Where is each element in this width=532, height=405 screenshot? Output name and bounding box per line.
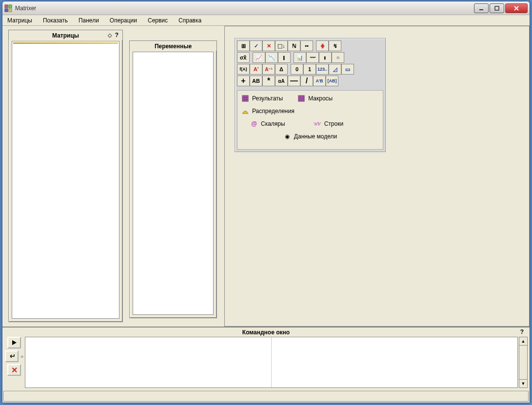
pin-icon[interactable]: ◇ — [108, 32, 112, 39]
return-button[interactable] — [5, 350, 19, 362]
distributions-label: Распределения — [252, 108, 295, 115]
delta-icon[interactable]: Δ — [275, 64, 288, 75]
dots-icon[interactable]: •• — [300, 40, 313, 51]
variables-list[interactable] — [133, 52, 214, 315]
menu-operations[interactable]: Операции — [108, 16, 139, 25]
svg-rect-1 — [9, 5, 12, 8]
grid-icon[interactable]: ⊞ — [237, 40, 250, 51]
concat-icon[interactable]: [AB] — [326, 76, 338, 86]
ab-icon[interactable]: AB — [250, 76, 262, 86]
alpha-a-icon[interactable]: αA — [275, 76, 288, 86]
close-button[interactable] — [505, 3, 528, 13]
upper-area: Матрицы ◇ ? Переменные ⊞ — [2, 26, 530, 327]
scatter-chart-icon[interactable]: 📉 — [265, 52, 278, 63]
category-macros[interactable]: Макросы — [297, 95, 333, 102]
titlebar[interactable]: Matrixer — [2, 1, 530, 15]
command-title-text: Командное окно — [242, 329, 290, 336]
app-icon — [4, 4, 12, 12]
vertical-splitter[interactable] — [219, 26, 222, 327]
matrices-panel-title: Матрицы ◇ ? — [9, 30, 122, 40]
category-strings[interactable]: 'a'b' Строки — [314, 120, 343, 128]
variables-panel-title: Переменные — [130, 41, 217, 51]
command-window-title: Командное окно ? — [3, 328, 529, 336]
menu-service[interactable]: Сервис — [146, 16, 170, 25]
minus-icon[interactable]: — — [288, 76, 300, 86]
slash-icon[interactable]: / — [300, 76, 313, 86]
fa-icon[interactable]: f(A) — [237, 64, 250, 75]
bolt-icon[interactable]: ↯ — [329, 40, 341, 51]
check-icon[interactable]: ✓ — [250, 40, 262, 51]
command-window-area: Командное окно ? ○ ✕ ▲ — [2, 327, 530, 390]
matrices-list[interactable] — [12, 41, 119, 319]
strings-icon: 'a'b' — [314, 120, 321, 128]
category-scalars[interactable]: @ Скаляры — [250, 120, 285, 128]
variables-panel: Переменные — [129, 40, 217, 318]
stop-button[interactable]: ✕ — [7, 364, 21, 376]
command-scrollbar[interactable]: ▲ ▼ — [519, 337, 528, 388]
one-icon[interactable]: 1 — [303, 64, 316, 75]
svg-marker-17 — [12, 340, 17, 345]
help-icon[interactable]: ? — [115, 32, 118, 39]
svg-rect-2 — [5, 9, 8, 12]
maximize-button[interactable] — [490, 3, 504, 13]
results-icon — [241, 95, 249, 102]
scalars-label: Скаляры — [261, 120, 285, 127]
distributions-icon — [241, 107, 249, 115]
line-chart-icon[interactable]: 📈 — [253, 52, 265, 63]
atb-icon[interactable]: A'B — [313, 76, 326, 86]
client-area: Матрицы ◇ ? Переменные ⊞ — [2, 26, 530, 403]
transpose-icon[interactable]: A' — [250, 64, 262, 75]
circle-indicator: ○ — [20, 354, 23, 359]
svg-rect-5 — [495, 6, 499, 10]
menu-help[interactable]: Справка — [177, 16, 203, 25]
command-input[interactable] — [25, 337, 272, 387]
insert-down-icon[interactable]: ⬚↓ — [275, 40, 288, 51]
category-box: Результаты Макросы Распределения — [237, 90, 383, 150]
zero-icon[interactable]: 0 — [291, 64, 303, 75]
bar-chart-icon[interactable]: 📊 — [294, 52, 306, 63]
at-icon: @ — [250, 120, 258, 128]
hash-icon[interactable]: ⋕ — [316, 40, 329, 51]
svg-rect-3 — [9, 9, 12, 12]
run-button[interactable] — [7, 337, 21, 348]
svg-rect-8 — [242, 96, 248, 101]
command-textarea-container — [25, 337, 518, 388]
category-results[interactable]: Результаты — [241, 95, 283, 102]
wave-chart-icon[interactable]: 〰 — [306, 52, 319, 63]
circle-chart-icon[interactable]: ○ — [332, 52, 344, 63]
variables-title-text: Переменные — [155, 43, 192, 50]
model-data-label: Данные модели — [294, 133, 337, 140]
multi-line-icon[interactable]: ⫿ — [278, 52, 291, 63]
menubar: Матрицы Показать Панели Операции Сервис … — [2, 15, 530, 26]
menu-panels[interactable]: Панели — [77, 16, 101, 25]
scroll-up-button[interactable]: ▲ — [519, 337, 528, 346]
results-label: Результаты — [252, 95, 283, 102]
plus-icon[interactable]: + — [237, 76, 250, 86]
command-output[interactable] — [272, 337, 518, 387]
rect-icon[interactable]: ▭ — [341, 64, 354, 75]
triangle-icon[interactable]: ◿ — [329, 64, 341, 75]
category-distributions[interactable]: Распределения — [241, 107, 295, 115]
window-controls — [474, 3, 528, 13]
sequence-icon[interactable]: 123.. — [316, 64, 329, 75]
inverse-icon[interactable]: A⁻¹ — [262, 64, 275, 75]
model-data-icon: ◉ — [283, 133, 291, 140]
scroll-down-button[interactable]: ▼ — [519, 379, 528, 388]
command-buttons: ○ ✕ — [4, 337, 24, 388]
toolbox-row-1: ⊞ ✓ ✕ ⬚↓ ℕ •• ⋕ ↯ — [237, 40, 383, 51]
n-icon[interactable]: ℕ — [288, 40, 300, 51]
sigma-x-icon[interactable]: σx̄ — [237, 52, 250, 63]
toolbox-row-4: + AB * αA — / A'B [AB] — [237, 76, 383, 86]
category-model-data[interactable]: ◉ Данные модели — [283, 133, 337, 140]
main-window: Matrixer Матрицы Показать Панели Операци… — [2, 1, 530, 403]
menu-show[interactable]: Показать — [41, 16, 70, 25]
menu-matrices[interactable]: Матрицы — [5, 16, 34, 25]
matrices-selection-bar — [13, 42, 118, 44]
command-help-icon[interactable]: ? — [520, 328, 524, 335]
minimize-button[interactable] — [474, 3, 489, 13]
macros-icon — [297, 95, 305, 102]
star-icon[interactable]: * — [262, 76, 275, 86]
histogram-icon[interactable]: ⫾ — [319, 52, 332, 63]
cross-icon[interactable]: ✕ — [262, 40, 275, 51]
toolbox-panel: ⊞ ✓ ✕ ⬚↓ ℕ •• ⋕ ↯ σx̄ 📈 📉 — [235, 38, 386, 152]
